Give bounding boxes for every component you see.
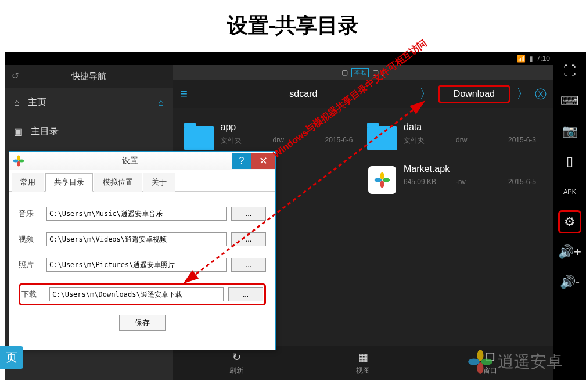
file-date: 2015-6-6 [325,136,360,146]
close-button[interactable]: ✕ [251,153,275,169]
bottom-label: 视图 [356,366,370,376]
chevron-right-icon: 〉 [419,85,432,103]
file-date: 2015-6-3 [508,136,543,146]
browse-button[interactable]: ... [228,287,263,301]
svg-point-10 [481,359,492,365]
page-tab[interactable]: 页 [0,346,23,369]
sidebar-item-home[interactable]: ⌂ 主页 ⌂ [5,88,173,117]
file-name: Market.apk [404,164,543,174]
sidebar-item-label: 主页 [28,96,46,109]
music-path-input[interactable] [46,207,227,221]
browse-button[interactable]: ... [231,258,266,272]
app-logo-icon [374,172,390,188]
battery-icon: ▮ [529,55,533,63]
volume-down-icon: 🔊- [560,275,580,290]
video-path-input[interactable] [46,232,227,246]
file-item-market-apk[interactable]: Market.apk 645.09 KB -rw 2015-6-5 [364,159,547,201]
app-logo-icon [468,349,493,375]
path-row-photo: 照片 ... [19,258,266,272]
path-row-video: 视频 ... [19,232,266,246]
menu-icon[interactable]: ≡ [180,87,188,102]
svg-point-11 [477,362,484,374]
apk-icon: APK [563,188,576,195]
close-icon[interactable]: ⓧ [535,87,547,102]
download-path-input[interactable] [49,287,224,301]
device-icon: ▢ [341,69,348,77]
emulator-side-toolbar: ⛶ ⌨ 📷 ▯ APK ⚙ 🔊+ 🔊- [553,52,586,380]
file-perm: drw [456,136,491,146]
chevron-right-icon: 〉 [516,85,529,103]
path-label: 下载 [21,289,45,300]
settings-button[interactable]: ⚙ [558,210,581,233]
dialog-titlebar[interactable]: 设置 ? ✕ [9,152,275,170]
refresh-button[interactable]: ↻ 刷新 [229,351,243,376]
svg-point-2 [380,181,384,188]
home-icon: ⌂ [158,98,164,108]
volume-down-button[interactable]: 🔊- [558,271,581,294]
svg-point-6 [17,161,20,166]
camera-button[interactable]: 📷 [558,120,581,143]
tab-shared-folders[interactable]: 共享目录 [45,173,93,192]
settings-body: 音乐 ... 视频 ... 照片 ... 下载 ... 保存 [9,192,275,350]
file-item-data[interactable]: data 文件夹 drw 2015-6-3 [364,117,547,159]
svg-point-0 [380,172,384,180]
path-label: 视频 [19,234,42,244]
help-button[interactable]: ? [232,153,251,169]
sidebar-item-label: 主目录 [31,125,59,138]
shake-button[interactable]: ▯ [558,150,581,173]
browse-button[interactable]: ... [231,207,266,221]
path-label: 音乐 [19,208,42,219]
svg-point-3 [375,178,382,182]
tab-general[interactable]: 常用 [12,173,44,192]
folder-icon: ▣ [14,126,23,137]
volume-up-button[interactable]: 🔊+ [558,240,581,264]
file-size: 645.09 KB [404,178,438,186]
volume-up-icon: 🔊+ [558,244,581,260]
svg-point-1 [383,178,390,182]
help-icon: ? [239,156,245,166]
grid-icon: ▦ [358,351,368,364]
statusbar-time: 7:10 [537,55,550,63]
settings-dialog: 设置 ? ✕ 常用 共享目录 模拟位置 关于 音乐 ... 视频 ... 照片 … [9,151,276,350]
sidebar-item-root[interactable]: ▣ 主目录 [5,117,173,146]
app-logo-icon [13,155,24,167]
fullscreen-icon: ⛶ [563,63,576,78]
svg-point-4 [17,155,20,160]
settings-tabs: 常用 共享目录 模拟位置 关于 [9,170,275,192]
folder-icon [184,122,215,154]
camera-icon: 📷 [562,124,578,139]
path-label: 照片 [19,260,42,270]
gear-icon: ⚙ [564,214,576,229]
apk-install-button[interactable]: APK [558,180,581,203]
svg-point-7 [13,159,19,162]
photo-path-input[interactable] [46,258,227,272]
fullscreen-button[interactable]: ⛶ [558,59,581,82]
browse-button[interactable]: ... [231,232,266,246]
tab-mock-location[interactable]: 模拟位置 [94,173,142,192]
breadcrumb-download[interactable]: Download [438,85,510,103]
home-icon: ⌂ [14,98,20,108]
folder-icon [367,122,398,154]
file-name: data [404,122,543,132]
close-icon: ✕ [259,154,268,167]
svg-point-5 [19,159,24,162]
save-button[interactable]: 保存 [119,315,166,331]
android-statusbar: 📶 ▮ 7:10 [5,52,553,65]
view-button[interactable]: ▦ 视图 [356,351,370,376]
apk-icon [367,164,398,196]
bottom-label: 刷新 [229,366,243,376]
tab-about[interactable]: 关于 [143,173,175,192]
dialog-title: 设置 [28,156,232,166]
path-row-music: 音乐 ... [19,207,266,221]
location-bar: ▢ 本地 ▢ ▯ [173,65,553,80]
keyboard-button[interactable]: ⌨ [558,89,581,113]
location-badge: 本地 [351,68,369,77]
refresh-icon: ↻ [232,351,241,364]
path-row-download: 下载 ... [19,283,266,305]
breadcrumb-sdcard[interactable]: sdcard [193,89,414,99]
file-perm: -rw [456,178,491,186]
sidebar-header: 快捷导航 [5,65,173,88]
svg-point-9 [477,350,484,361]
file-type: 文件夹 [221,136,256,146]
file-date: 2015-6-5 [508,178,543,186]
